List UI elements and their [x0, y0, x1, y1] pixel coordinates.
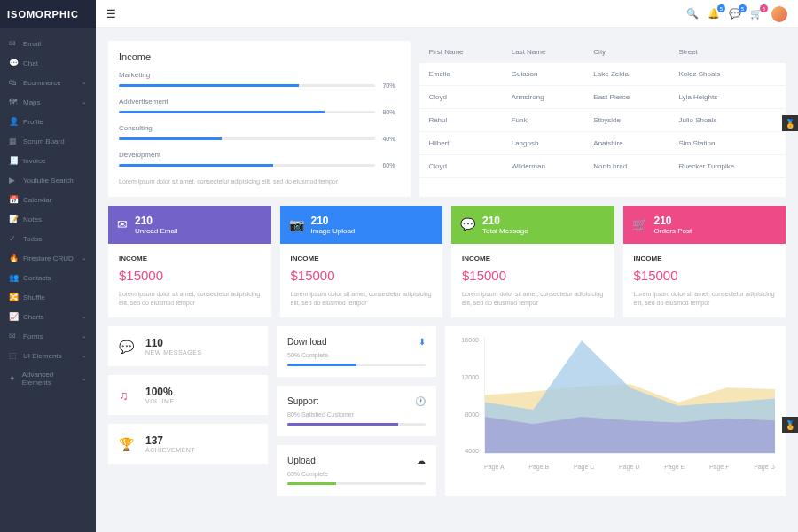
table-cell: Stbyside — [584, 109, 669, 132]
progress-bar — [119, 164, 375, 167]
sidebar-item-charts[interactable]: 📈Charts⌄ — [0, 307, 96, 326]
sidebar-menu: ✉Email💬Chat🛍Ecommerce⌄🗺Maps⌄👤Profile▦Scr… — [0, 28, 96, 532]
mini-number: 100% — [145, 386, 175, 398]
sidebar-icon: 🔥 — [9, 254, 18, 262]
chevron-down-icon: ⌄ — [82, 332, 87, 340]
x-tick: Page C — [574, 464, 594, 470]
progress-title: Support — [287, 396, 318, 406]
sidebar-label: Ecommerce — [23, 79, 61, 87]
stat-header[interactable]: ✉210Unread Email — [108, 206, 271, 244]
stat-icon: 📷 — [289, 217, 304, 231]
table-row[interactable]: HilbertLangoshAnaishireSim Station — [419, 132, 786, 155]
mini-number: 110 — [145, 337, 202, 349]
floating-badge-2[interactable]: 🏅 — [782, 417, 798, 433]
sidebar-label: Charts — [23, 313, 44, 321]
sidebar-item-notes[interactable]: 📝Notes — [0, 209, 96, 229]
progress-card: Upload☁65% Complete — [277, 445, 436, 496]
sidebar-item-email[interactable]: ✉Email — [0, 34, 96, 53]
sidebar-item-ecommerce[interactable]: 🛍Ecommerce⌄ — [0, 73, 96, 92]
progress-bar — [119, 137, 375, 140]
progress-pct: 40% — [382, 136, 400, 142]
chevron-down-icon: ⌄ — [82, 313, 87, 320]
table-header: Street — [669, 41, 786, 63]
y-tick: 12000 — [456, 374, 479, 380]
sidebar-item-scrum-board[interactable]: ▦Scrum Board — [0, 131, 96, 151]
progress-bar — [119, 111, 375, 113]
progress-subtitle: 50% Complete — [287, 352, 426, 358]
sidebar-item-firestore-crud[interactable]: 🔥Firestore CRUD⌄ — [0, 248, 96, 268]
brand-logo[interactable]: ISOMORPHIC — [0, 0, 96, 28]
sidebar-item-todos[interactable]: ✓Todos — [0, 229, 96, 248]
table-header: Last Name — [503, 41, 585, 63]
table-card: First NameLast NameCityStreetEmeliaGulas… — [419, 41, 786, 197]
table-row[interactable]: EmeliaGulasonLake ZeldaKolez Shoals — [419, 63, 786, 86]
sidebar-icon: ✉ — [9, 332, 18, 340]
y-tick: 8000 — [456, 411, 479, 418]
table-cell: Gulason — [503, 63, 585, 86]
sidebar-icon: 🗺 — [9, 98, 18, 106]
progress-pct: 70% — [382, 82, 400, 89]
stat-number: 210 — [135, 215, 177, 227]
stat-subtitle: Orders Post — [654, 227, 692, 235]
sidebar-label: Advanced Elements — [22, 371, 76, 387]
sidebar-item-invoice[interactable]: 🧾Invoice — [0, 151, 96, 170]
x-tick: Page A — [484, 464, 505, 470]
sidebar-label: Scrum Board — [23, 137, 65, 145]
sidebar-item-profile[interactable]: 👤Profile — [0, 112, 96, 131]
avatar[interactable] — [771, 6, 787, 22]
stat-header[interactable]: 🛒210Orders Post — [623, 206, 786, 244]
table-row[interactable]: CloydWildermanNorth bradRuecker Turnpike — [419, 155, 786, 178]
sidebar-item-ui-elements[interactable]: ⬚UI Elements⌄ — [0, 346, 96, 365]
stat-header[interactable]: 💬210Total Message — [451, 206, 614, 244]
sidebar-item-calendar[interactable]: 📅Calendar — [0, 190, 96, 209]
cart-icon[interactable]: 🛒5 — [750, 8, 763, 20]
sidebar-item-chat[interactable]: 💬Chat — [0, 53, 96, 73]
stat-header[interactable]: 📷210Image Upload — [280, 206, 443, 244]
progress-title: Upload — [287, 456, 316, 466]
progress-icon: ☁ — [417, 456, 426, 466]
progress-label: Consulting — [119, 124, 400, 132]
mini-label: VOLUME — [145, 398, 175, 404]
sidebar-item-contacts[interactable]: 👥Contacts — [0, 268, 96, 287]
progress-label: Addvertisement — [119, 98, 400, 106]
income-footer-text: Lorem ipsum dolor sit amet, consectetur … — [119, 177, 400, 186]
sidebar-label: Email — [23, 40, 41, 48]
table-cell: Kolez Shoals — [669, 63, 786, 86]
sidebar-item-forms[interactable]: ✉Forms⌄ — [0, 326, 96, 346]
sidebar-item-maps[interactable]: 🗺Maps⌄ — [0, 92, 96, 112]
table-cell: Sim Station — [669, 132, 786, 155]
sidebar-icon: 👥 — [9, 273, 18, 282]
chevron-down-icon: ⌄ — [82, 254, 87, 262]
chevron-down-icon: ⌄ — [82, 375, 87, 382]
sidebar-label: Firestore CRUD — [23, 254, 74, 262]
progress-card: Download⬇50% Complete — [277, 326, 436, 377]
sidebar-icon: 👤 — [9, 117, 18, 126]
floating-badge[interactable]: 🏅 — [782, 115, 798, 131]
stat-number: 210 — [482, 215, 528, 227]
sidebar-item-shuffle[interactable]: 🔀Shuffle — [0, 287, 96, 307]
sidebar-item-youtube-search[interactable]: ▶Youtube Search — [0, 170, 96, 190]
mini-stat-card: 🏆137ACHIEVEMENT — [108, 424, 268, 464]
search-icon[interactable]: 🔍 — [686, 8, 699, 20]
progress-bar — [287, 364, 426, 366]
sidebar-item-advanced-elements[interactable]: ✦Advanced Elements⌄ — [0, 365, 96, 392]
table-row[interactable]: RahulFunkStbysideJulio Shoals — [419, 109, 786, 132]
sidebar-icon: 📝 — [9, 215, 18, 223]
mini-stat-card: 💬110NEW MESSAGES — [108, 326, 268, 366]
content: Income Marketing70%Addvertisement80%Cons… — [96, 28, 798, 532]
table-row[interactable]: CloydArmstrongEast PierceLyla Heights — [419, 86, 786, 109]
sidebar-icon: ▶ — [9, 176, 18, 184]
messages-icon[interactable]: 💬5 — [729, 8, 741, 20]
hamburger-icon[interactable]: ☰ — [106, 8, 116, 20]
table-cell: Hilbert — [419, 132, 502, 155]
mini-stat-card: ♫100%VOLUME — [108, 375, 268, 415]
y-tick: 4000 — [456, 448, 479, 454]
chevron-down-icon: ⌄ — [82, 98, 87, 106]
table-cell: Julio Shoals — [669, 109, 786, 132]
table-cell: East Pierce — [584, 86, 669, 109]
progress-label: Development — [119, 151, 400, 159]
sidebar-icon: ✓ — [9, 234, 18, 243]
sidebar-label: Notes — [23, 215, 42, 223]
x-tick: Page E — [664, 464, 685, 470]
notifications-icon[interactable]: 🔔5 — [708, 8, 720, 20]
